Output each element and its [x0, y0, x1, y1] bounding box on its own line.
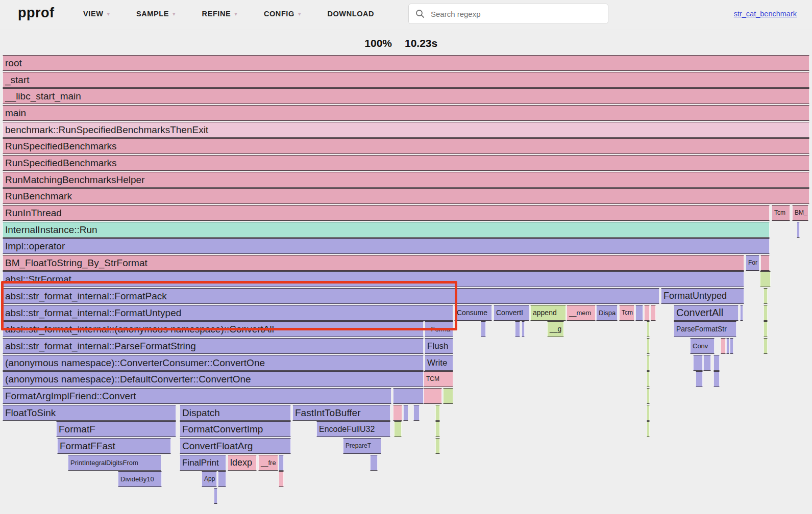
flame-box[interactable]: Tcm [772, 205, 790, 221]
flame-box-sliver[interactable] [764, 321, 768, 337]
flame-box[interactable]: absl::str_format_internal::ParseFormatSt… [3, 338, 424, 354]
flame-box[interactable]: Dispatch [180, 405, 291, 421]
flame-box-sliver[interactable] [393, 388, 424, 404]
flame-box[interactable]: App [202, 471, 217, 487]
flame-box[interactable]: root [3, 55, 809, 71]
flame-box-sliver[interactable] [279, 471, 284, 487]
flame-box[interactable]: Conv [690, 338, 715, 354]
flame-box[interactable]: Tcm [619, 305, 634, 321]
flame-box-sliver[interactable] [647, 388, 650, 404]
flame-box-sliver[interactable] [435, 405, 440, 421]
flame-box-sliver[interactable] [726, 338, 729, 354]
flame-box[interactable]: main [3, 105, 809, 121]
flame-box-sliver[interactable] [413, 405, 420, 421]
flame-box[interactable]: FastIntToBuffer [292, 405, 390, 421]
flame-box[interactable]: FormatFFast [57, 438, 171, 454]
flame-box-sliver[interactable] [740, 305, 743, 321]
menu-download[interactable]: DOWNLOAD [327, 10, 374, 18]
flame-box[interactable]: ConvertAll [674, 305, 739, 321]
flame-box-sliver[interactable] [435, 438, 440, 454]
flame-box-sliver[interactable] [647, 355, 650, 371]
flame-box[interactable]: FormatUntyped [661, 288, 744, 304]
flame-box-sliver[interactable] [481, 321, 486, 337]
flame-box-sliver[interactable] [713, 355, 720, 371]
flame-box[interactable]: ~Forma [425, 321, 453, 337]
flame-box[interactable]: (anonymous namespace)::ConverterConsumer… [3, 355, 424, 371]
flame-box[interactable]: benchmark::RunSpecifiedBenchmarksThenExi… [3, 122, 809, 138]
flame-box[interactable]: BM_ [792, 205, 808, 221]
flame-box-sliver[interactable] [522, 321, 525, 337]
flame-box-sliver[interactable] [696, 371, 703, 387]
flame-box[interactable]: InternalInstance::Run [3, 222, 770, 238]
flame-box-sliver[interactable] [760, 255, 770, 271]
flame-box[interactable]: FloatToSink [3, 405, 176, 421]
flame-box-sliver[interactable] [635, 305, 643, 321]
flame-box[interactable]: EncodeFullU32 [316, 421, 390, 437]
flame-box-sliver[interactable] [647, 421, 650, 437]
flame-box[interactable]: _start [3, 72, 809, 88]
flame-box[interactable]: RunSpecifiedBenchmarks [3, 155, 809, 171]
flame-box[interactable]: RunBenchmark [3, 188, 809, 204]
search-input[interactable] [430, 9, 608, 19]
flame-box[interactable]: Flush [425, 338, 453, 354]
flame-box[interactable]: For [746, 255, 759, 271]
flame-box[interactable]: ldexp [228, 455, 257, 471]
flame-box-sliver[interactable] [435, 421, 440, 437]
flame-box[interactable]: __g [547, 321, 564, 337]
benchmark-link[interactable]: str_cat_benchmark [734, 10, 797, 18]
flame-box-sliver[interactable] [730, 338, 733, 354]
flame-box[interactable]: __libc_start_main [3, 88, 809, 104]
menu-refine[interactable]: REFINE▾ [202, 10, 237, 18]
menu-sample[interactable]: SAMPLE▾ [136, 10, 176, 18]
flame-box-sliver[interactable] [764, 338, 768, 354]
flame-box-sliver[interactable] [797, 222, 800, 238]
flame-box-sliver[interactable] [647, 338, 650, 354]
flame-box[interactable]: RunMatchingBenchmarksHelper [3, 172, 809, 188]
flame-box[interactable]: DivideBy10 [118, 471, 162, 487]
flame-box-sliver[interactable] [713, 371, 720, 387]
flame-box-sliver[interactable] [651, 305, 656, 321]
flame-box-sliver[interactable] [370, 455, 378, 471]
flame-box[interactable]: absl::StrFormat [3, 271, 744, 287]
flame-box-sliver[interactable] [764, 305, 768, 321]
flame-box-sliver[interactable] [394, 421, 402, 437]
flame-box[interactable]: FormatF [56, 421, 176, 437]
flame-box[interactable]: FormatArgImplFriend::Convert [3, 388, 391, 404]
flame-box-sliver[interactable] [703, 355, 711, 371]
flame-box-sliver[interactable] [403, 405, 408, 421]
flame-box-sliver[interactable] [218, 471, 226, 487]
flame-box[interactable]: TCM [424, 371, 453, 387]
search-box[interactable] [408, 4, 608, 24]
flame-box[interactable]: __fre [258, 455, 278, 471]
flame-box[interactable]: FormatConvertImp [180, 421, 291, 437]
flame-box-sliver[interactable] [647, 371, 650, 387]
flame-box[interactable]: Impl::operator [3, 238, 770, 254]
flame-box[interactable]: ConvertI [494, 305, 529, 321]
menu-view[interactable]: VIEW▾ [83, 10, 110, 18]
flame-box-sliver[interactable] [721, 338, 726, 354]
flame-box-sliver[interactable] [443, 388, 453, 404]
flame-box[interactable]: __mem [567, 305, 596, 321]
flame-box-sliver[interactable] [515, 321, 520, 337]
flame-box[interactable]: BM_FloatToString_By_StrFormat [3, 255, 744, 271]
flame-box-sliver[interactable] [424, 388, 442, 404]
flame-box[interactable]: Consume [454, 305, 492, 321]
flame-box[interactable]: (anonymous namespace)::DefaultConverter:… [3, 371, 424, 387]
flame-box[interactable]: PrintIntegralDigitsFrom [68, 455, 161, 471]
flame-box[interactable]: Write [425, 355, 453, 371]
flame-box-sliver[interactable] [764, 288, 768, 304]
flame-box[interactable]: RunSpecifiedBenchmarks [3, 138, 809, 154]
flame-box-sliver[interactable] [279, 455, 284, 471]
flame-box-sliver[interactable] [214, 488, 217, 504]
flame-box-sliver[interactable] [693, 355, 703, 371]
flame-box[interactable]: PrepareT [343, 438, 381, 454]
flame-box[interactable]: Dispa [596, 305, 618, 321]
flame-box[interactable]: absl::str_format_internal::FormatUntyped [3, 305, 453, 321]
flame-box-sliver[interactable] [647, 405, 650, 421]
flame-box[interactable]: ConvertFloatArg [180, 438, 291, 454]
flame-box[interactable]: ParseFormatStr [674, 321, 736, 337]
flame-box[interactable]: append [530, 305, 566, 321]
flame-box-sliver[interactable] [644, 305, 650, 321]
flame-box[interactable]: RunInThread [3, 205, 770, 221]
flame-box-sliver[interactable] [393, 405, 402, 421]
